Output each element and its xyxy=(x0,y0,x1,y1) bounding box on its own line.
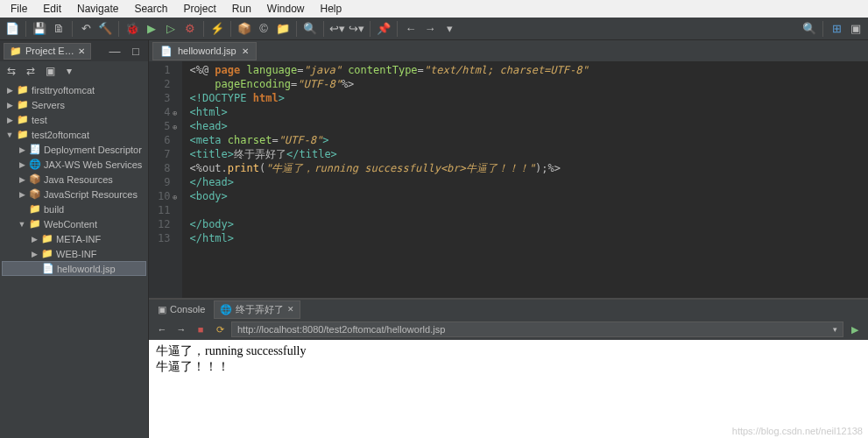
perspective-icon[interactable]: ▣ xyxy=(847,20,864,38)
run-icon[interactable]: ▶ xyxy=(143,20,160,38)
nav-forward-icon[interactable]: → xyxy=(421,20,439,38)
watermark: https://blog.csdn.net/neil12138 xyxy=(732,426,863,436)
browser-stop-icon[interactable]: ■ xyxy=(193,321,208,337)
ext-tools-icon[interactable]: ⚙ xyxy=(181,20,199,38)
bottom-tab-终于弄好了[interactable]: 🌐终于弄好了✕ xyxy=(214,300,300,319)
open-perspective-icon[interactable]: ⊞ xyxy=(828,20,845,38)
page-text: 牛逼了，running successfully xyxy=(156,343,861,359)
debug-icon[interactable]: 🐞 xyxy=(123,20,141,38)
new-folder-icon[interactable]: 📁 xyxy=(274,20,292,38)
close-icon[interactable]: ✕ xyxy=(287,305,294,314)
menu-help[interactable]: Help xyxy=(314,2,349,16)
build-icon[interactable]: 🔨 xyxy=(96,20,114,38)
tree-label: test xyxy=(32,115,47,125)
folder-icon: 📁 xyxy=(41,248,53,260)
tree-item[interactable]: ▶📦Java Resources xyxy=(2,172,146,187)
tree-label: test2oftomcat xyxy=(32,130,89,140)
new-icon[interactable]: 📄 xyxy=(4,20,21,38)
view-menu-icon[interactable]: ▾ xyxy=(61,63,77,79)
close-icon[interactable]: ✕ xyxy=(78,46,85,56)
bottom-tab-console[interactable]: ▣Console xyxy=(152,302,210,317)
expand-icon[interactable]: ▼ xyxy=(18,220,26,229)
browser-back-icon[interactable]: ← xyxy=(154,321,170,337)
address-bar[interactable]: ▾ xyxy=(231,321,843,337)
menu-file[interactable]: File xyxy=(4,2,34,16)
maximize-icon[interactable]: □ xyxy=(127,42,145,60)
menu-search[interactable]: Search xyxy=(127,2,174,16)
undo-icon[interactable]: ↶ xyxy=(77,20,95,38)
expand-icon[interactable]: ▶ xyxy=(18,160,26,169)
tree-item[interactable]: ▶📁META-INF xyxy=(2,231,146,246)
save-all-icon[interactable]: 🗎 xyxy=(50,20,67,38)
browser-refresh-icon[interactable]: ⟳ xyxy=(212,321,228,337)
collapse-all-icon[interactable]: ⇆ xyxy=(4,63,19,79)
folder-icon: 📁 xyxy=(29,218,41,230)
tree-item[interactable]: ▶🌐JAX-WS Web Services xyxy=(2,157,146,172)
focus-icon[interactable]: ▣ xyxy=(42,63,58,79)
tree-item[interactable]: ▶📁firsttryoftomcat xyxy=(2,82,146,97)
menu-edit[interactable]: Edit xyxy=(36,2,68,16)
tree-label: build xyxy=(44,204,64,215)
tree-label: helloworld.jsp xyxy=(57,264,116,274)
console-icon: ▣ xyxy=(158,304,166,315)
tree-item[interactable]: ▼📁test2oftomcat xyxy=(2,127,146,142)
expand-icon[interactable]: ▶ xyxy=(5,116,14,124)
tree-item[interactable]: ▼📁WebContent xyxy=(2,216,146,231)
editor-tab-helloworld[interactable]: 📄 helloworld.jsp ✕ xyxy=(152,42,257,60)
run-last-icon[interactable]: ▷ xyxy=(162,20,180,38)
tree-item[interactable]: ▶🧾Deployment Descriptor xyxy=(2,142,146,157)
tree-label: Deployment Descriptor xyxy=(44,145,142,155)
expand-icon[interactable]: ▶ xyxy=(5,101,14,110)
new-class-icon[interactable]: © xyxy=(255,20,272,38)
nav-forward-dropdown-icon[interactable]: ↪▾ xyxy=(348,20,365,38)
browser-go-icon[interactable]: ▶ xyxy=(847,321,863,337)
menu-navigate[interactable]: Navigate xyxy=(70,2,125,16)
minimize-icon[interactable]: — xyxy=(106,42,123,60)
main-toolbar: 📄 💾 🗎 ↶ 🔨 🐞 ▶ ▷ ⚙ ⚡ 📦 © 📁 🔍 ↩▾ ↪▾ 📌 ← → … xyxy=(0,18,868,40)
project-icon: 📁 xyxy=(17,99,29,111)
tree-item[interactable]: ▶📦JavaScript Resources xyxy=(2,187,146,201)
page-text: 牛逼了！！！ xyxy=(156,359,861,375)
url-dropdown-icon[interactable]: ▾ xyxy=(829,325,837,334)
tree-item[interactable]: ▶📁test xyxy=(2,112,146,127)
expand-icon[interactable]: ▶ xyxy=(18,175,26,184)
tree-item[interactable]: ▶📁WEB-INF xyxy=(2,246,146,261)
nav-back-icon[interactable]: ← xyxy=(402,20,420,38)
browser-forward-icon[interactable]: → xyxy=(173,321,189,337)
menu-project[interactable]: Project xyxy=(176,2,222,16)
new-server-icon[interactable]: ⚡ xyxy=(208,20,226,38)
nav-dropdown-icon[interactable]: ▾ xyxy=(441,20,458,38)
code-editor[interactable]: 1 2 3 4⊕5⊕6 7 8 9 10⊕11 12 13 <%@ page l… xyxy=(149,61,868,298)
tree-label: WEB-INF xyxy=(56,249,96,259)
tree-item[interactable]: 📁build xyxy=(2,201,146,216)
tree-item[interactable]: 📄helloworld.jsp xyxy=(2,261,146,276)
project-tree[interactable]: ▶📁firsttryoftomcat▶📁Servers▶📁test▼📁test2… xyxy=(0,81,148,438)
expand-icon[interactable]: ▼ xyxy=(5,131,14,139)
expand-icon[interactable]: ▶ xyxy=(18,190,26,199)
new-package-icon[interactable]: 📦 xyxy=(236,20,253,38)
expand-icon[interactable]: ▶ xyxy=(18,145,26,154)
expand-icon[interactable]: ▶ xyxy=(30,235,39,244)
url-input[interactable] xyxy=(237,324,829,335)
jsp-icon: 📄 xyxy=(42,263,54,275)
expand-icon[interactable]: ▶ xyxy=(5,86,14,95)
browser-viewport[interactable]: 牛逼了，running successfully牛逼了！！！ https://b… xyxy=(149,340,868,438)
tree-label: firsttryoftomcat xyxy=(32,85,95,95)
menu-run[interactable]: Run xyxy=(225,2,258,16)
save-icon[interactable]: 💾 xyxy=(31,20,48,38)
pin-icon[interactable]: 📌 xyxy=(375,20,392,38)
tree-item[interactable]: ▶📁Servers xyxy=(2,97,146,112)
close-icon[interactable]: ✕ xyxy=(242,46,249,56)
project-explorer: 📁 Project Expl… ✕ — □ ⇆ ⇄ ▣ ▾ ▶📁firsttry… xyxy=(0,40,149,438)
expand-icon[interactable]: ▶ xyxy=(30,250,39,258)
nav-back-dropdown-icon[interactable]: ↩▾ xyxy=(328,20,346,38)
explorer-tab[interactable]: 📁 Project Expl… ✕ xyxy=(4,43,91,60)
descriptor-icon: 🧾 xyxy=(29,144,41,156)
link-editor-icon[interactable]: ⇄ xyxy=(23,63,39,79)
search-icon[interactable]: 🔍 xyxy=(301,20,319,38)
project-icon: 📁 xyxy=(17,84,29,96)
editor-tab-label: helloworld.jsp xyxy=(178,46,236,56)
menu-window[interactable]: Window xyxy=(260,2,312,16)
quick-access-icon[interactable]: 🔍 xyxy=(801,20,818,38)
tree-label: Java Resources xyxy=(44,174,113,185)
